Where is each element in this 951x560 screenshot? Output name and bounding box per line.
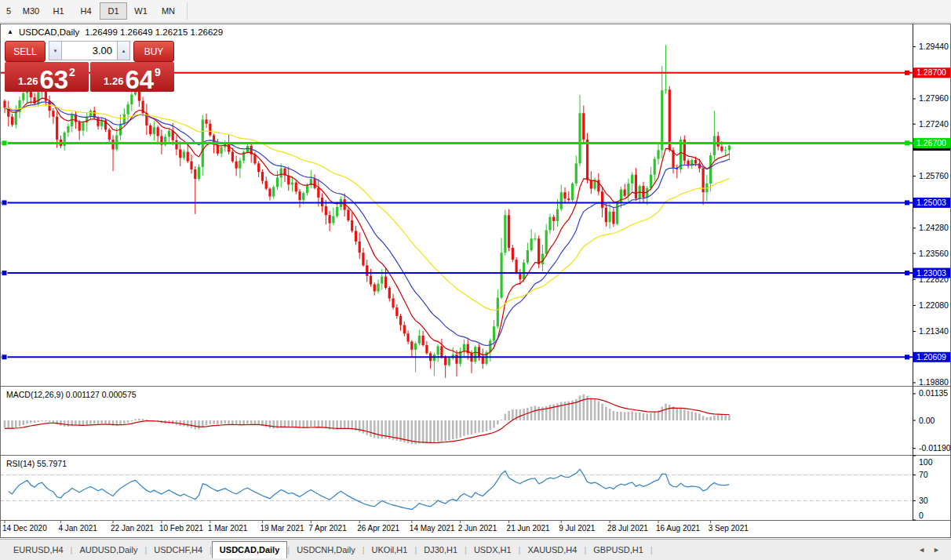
timeframe-button-W1[interactable]: W1 xyxy=(127,2,155,20)
timeframe-button-H4[interactable]: H4 xyxy=(72,2,100,20)
chart-tab-GBPUSD-H1[interactable]: GBPUSD,H1 xyxy=(586,542,650,558)
chart-ohlc-values: 1.26499 1.26649 1.26215 1.26629 xyxy=(85,27,223,37)
sell-price-big: 63 xyxy=(39,69,68,90)
timeframe-toolbar: 5M30H1H4D1W1MN xyxy=(0,0,951,23)
chart-title: ▲ USDCAD,Daily 1.26499 1.26649 1.26215 1… xyxy=(7,27,223,37)
svg-text:10 Feb 2021: 10 Feb 2021 xyxy=(159,524,204,533)
sell-price-pip: 2 xyxy=(69,66,75,78)
svg-text:70: 70 xyxy=(919,470,928,479)
svg-text:4 Jan 2021: 4 Jan 2021 xyxy=(58,524,97,533)
timeframe-button-M30[interactable]: M30 xyxy=(17,2,45,20)
chart-plot[interactable]: 1.294401.279601.272401.257601.242801.235… xyxy=(0,24,951,538)
one-click-collapse-arrow-icon[interactable]: ▲ xyxy=(7,28,13,35)
svg-text:1.22080: 1.22080 xyxy=(919,300,949,310)
timeframe-button-MN[interactable]: MN xyxy=(155,2,182,20)
sell-price-box[interactable]: 1.26 63 2 xyxy=(5,62,89,92)
chart-tab-USDCAD-Daily[interactable]: USDCAD,Daily xyxy=(212,541,287,558)
chart-tab-USDCNH-Daily[interactable]: USDCNH,Daily xyxy=(290,542,363,558)
svg-text:14 May 2021: 14 May 2021 xyxy=(410,524,455,533)
buy-price-big: 64 xyxy=(125,69,154,90)
svg-text:100: 100 xyxy=(919,457,933,467)
volume-decrease-button[interactable]: ▼ xyxy=(49,41,62,60)
volume-input[interactable]: 3.00 xyxy=(62,41,117,60)
trading-platform-window: 5M30H1H4D1W1MN 1.294401.279601.272401.25… xyxy=(0,0,951,560)
timeframe-button-H1[interactable]: H1 xyxy=(45,2,72,20)
chart-tab-EURUSD-H4[interactable]: EURUSD,H4 xyxy=(6,542,71,558)
timeframe-button-D1[interactable]: D1 xyxy=(100,2,127,20)
svg-text:30: 30 xyxy=(919,496,928,505)
svg-text:26 Apr 2021: 26 Apr 2021 xyxy=(357,524,399,533)
one-click-trading-panel: SELL ▼ 3.00 ▲ BUY 1.26 63 2 1.26 64 9 xyxy=(5,41,174,92)
buy-price-prefix: 1.26 xyxy=(104,75,123,87)
svg-text:7 Apr 2021: 7 Apr 2021 xyxy=(308,524,347,533)
svg-text:-0.011904: -0.011904 xyxy=(919,443,951,453)
svg-text:1.28700: 1.28700 xyxy=(916,67,946,77)
buy-price-box[interactable]: 1.26 64 9 xyxy=(90,62,174,92)
volume-increase-button[interactable]: ▲ xyxy=(117,41,130,60)
tab-scroll-left-icon[interactable]: ◄ xyxy=(918,546,925,554)
svg-text:1.19880: 1.19880 xyxy=(919,377,949,387)
macd-indicator-label: MACD(12,26,9) 0.001127 0.000575 xyxy=(6,390,137,399)
chart-tab-DJ30-H1[interactable]: DJ30,H1 xyxy=(417,542,465,558)
svg-text:1.25760: 1.25760 xyxy=(919,171,949,180)
svg-text:1.27240: 1.27240 xyxy=(919,119,949,129)
chart-tab-UKOil-H1[interactable]: UKOil,H1 xyxy=(365,542,415,558)
svg-text:1.21340: 1.21340 xyxy=(919,326,949,336)
svg-text:1.29440: 1.29440 xyxy=(919,42,949,51)
svg-text:1.27960: 1.27960 xyxy=(919,93,949,103)
svg-text:0.00: 0.00 xyxy=(919,416,935,425)
svg-text:2 Jun 2021: 2 Jun 2021 xyxy=(458,524,497,533)
svg-text:1.25003: 1.25003 xyxy=(916,198,946,207)
sell-button[interactable]: SELL xyxy=(5,41,46,62)
svg-text:1.24280: 1.24280 xyxy=(919,223,949,232)
chart-tab-USDX-H1[interactable]: USDX,H1 xyxy=(467,542,519,558)
svg-text:19 Mar 2021: 19 Mar 2021 xyxy=(260,524,304,533)
svg-text:21 Jun 2021: 21 Jun 2021 xyxy=(507,524,550,533)
sell-price-prefix: 1.26 xyxy=(18,75,38,87)
chart-tab-AUDUSD-Daily[interactable]: AUDUSD,Daily xyxy=(72,542,144,558)
svg-text:1.23003: 1.23003 xyxy=(916,268,946,278)
timeframe-button-5[interactable]: 5 xyxy=(0,2,17,20)
chart-tab-XAUUSD-H4[interactable]: XAUUSD,H4 xyxy=(520,542,584,558)
rsi-indicator-label: RSI(14) 55.7971 xyxy=(6,459,67,468)
svg-text:28 Jul 2021: 28 Jul 2021 xyxy=(607,524,648,533)
buy-button[interactable]: BUY xyxy=(133,41,174,62)
volume-spinner: ▼ 3.00 ▲ xyxy=(49,41,130,60)
svg-text:1.20609: 1.20609 xyxy=(916,352,946,362)
svg-text:9 Jul 2021: 9 Jul 2021 xyxy=(559,524,596,533)
svg-text:22 Jan 2021: 22 Jan 2021 xyxy=(111,524,154,533)
svg-text:14 Dec 2020: 14 Dec 2020 xyxy=(2,524,47,533)
chart-tab-USDCHF-H4[interactable]: USDCHF,H4 xyxy=(147,542,210,558)
svg-text:0.01135: 0.01135 xyxy=(919,388,948,398)
svg-text:1.26700: 1.26700 xyxy=(916,138,946,147)
tab-separator: | xyxy=(650,545,653,555)
svg-text:1 Mar 2021: 1 Mar 2021 xyxy=(208,524,248,533)
chart-tabs-bar: EURUSD,H4|AUDUSD,Daily|USDCHF,H4|USDCAD,… xyxy=(0,539,951,560)
chart-symbol-label: USDCAD,Daily xyxy=(19,27,79,37)
buy-price-pip: 9 xyxy=(155,66,161,78)
toolbar-separator xyxy=(187,2,188,20)
svg-text:3 Sep 2021: 3 Sep 2021 xyxy=(709,524,749,533)
svg-text:0: 0 xyxy=(919,511,924,520)
tab-scroll-right-icon[interactable]: ► xyxy=(933,546,940,554)
svg-text:16 Aug 2021: 16 Aug 2021 xyxy=(656,524,701,533)
svg-text:1.23560: 1.23560 xyxy=(919,249,949,258)
